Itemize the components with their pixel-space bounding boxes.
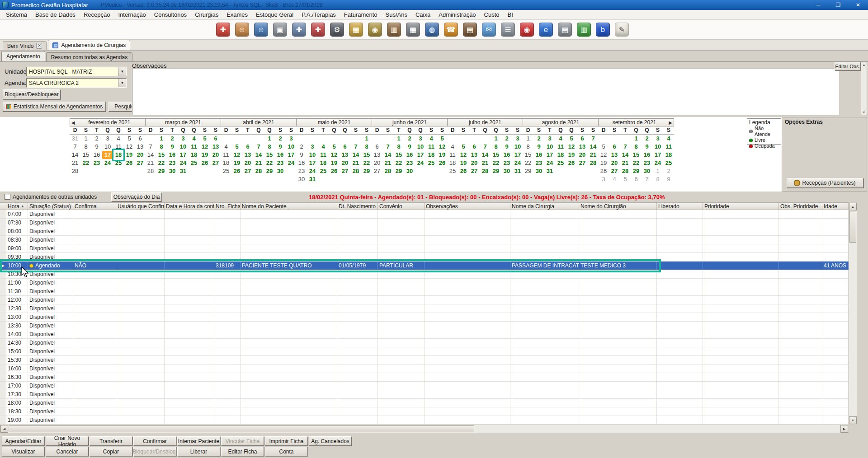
calendar-day[interactable]: 3 <box>652 135 663 143</box>
calendar-day[interactable]: 27 <box>469 167 480 175</box>
menu-administra-o[interactable]: Administração <box>434 10 480 19</box>
calendar-day[interactable]: 27 <box>210 159 221 167</box>
menu-interna-o[interactable]: Internação <box>114 10 150 19</box>
calendar-day[interactable]: 15 <box>523 151 533 159</box>
calendar-day[interactable]: 2 <box>167 135 178 143</box>
calendar-day[interactable]: 20 <box>242 159 253 167</box>
calendar-day[interactable]: 27 <box>340 167 350 175</box>
calendar-day[interactable]: 11 <box>221 151 231 159</box>
subtab-agendamento[interactable]: Agendamento <box>1 51 45 61</box>
calendar-day[interactable]: 13 <box>469 151 480 159</box>
table-row-1830[interactable]: 18:30Disponível <box>0 407 849 416</box>
table-row-1630[interactable]: 16:30Disponível <box>0 373 849 382</box>
action-cancelar[interactable]: Cancelar <box>46 447 89 456</box>
calendar-day[interactable]: 30 <box>404 167 415 175</box>
calendar-day[interactable]: 17 <box>415 151 426 159</box>
calendar-day[interactable]: 20 <box>210 151 221 159</box>
table-row-0900[interactable]: 09:00Disponível <box>0 244 849 253</box>
calendar-day[interactable]: 21 <box>145 159 156 167</box>
calendar-day[interactable]: 24 <box>307 167 318 175</box>
calendar-day[interactable]: 10 <box>512 143 523 151</box>
action-conta[interactable]: Conta <box>265 447 308 456</box>
calendar-day[interactable]: 26 <box>458 167 469 175</box>
table-row-1300[interactable]: 13:00Disponível <box>0 313 849 322</box>
calendar-day[interactable]: 3 <box>307 143 318 151</box>
calendar-day[interactable]: 1 <box>80 135 91 143</box>
table-row-1500[interactable]: 15:00Disponível <box>0 347 849 356</box>
col-header-status[interactable]: Situação (Status) <box>28 203 73 210</box>
calendar-day[interactable]: 31 <box>307 175 318 183</box>
calendar-day[interactable]: 21 <box>480 159 491 167</box>
calendar-day[interactable]: 26 <box>566 159 577 167</box>
calendar-day[interactable]: 17 <box>178 151 189 159</box>
calendar-day[interactable]: 2 <box>501 135 512 143</box>
calendar-day[interactable]: 8 <box>631 143 642 151</box>
calendar-day[interactable]: 19 <box>598 159 609 167</box>
calendar-day[interactable]: 18 <box>318 159 329 167</box>
calendar-day[interactable]: 23 <box>296 167 307 175</box>
calendar-day[interactable]: 1 <box>393 135 404 143</box>
menu-estoque-geral[interactable]: Estoque Geral <box>252 10 297 19</box>
calendar-day[interactable]: 10 <box>286 143 297 151</box>
calendar-day[interactable]: 31 <box>178 167 189 175</box>
calendar-day[interactable]: 29 <box>491 167 501 175</box>
calendar-day[interactable]: 13 <box>340 151 350 159</box>
calendar-day[interactable]: 14 <box>70 151 80 159</box>
calendar-day[interactable]: 3 <box>544 135 555 143</box>
calendar-day[interactable]: 17 <box>102 151 113 159</box>
calendar-day[interactable]: 16 <box>296 159 307 167</box>
calendar-day[interactable]: 15 <box>361 151 372 159</box>
calendar-day[interactable]: 5 <box>620 175 631 183</box>
bloquear-desbloquear-button[interactable]: Bloquear/Desbloquear <box>3 89 61 99</box>
toolbar-icon-internet[interactable]: e <box>539 23 553 37</box>
calendar-day[interactable]: 21 <box>588 151 599 159</box>
calendar-day[interactable]: 19 <box>124 151 135 159</box>
col-header-confirma[interactable]: Confirma <box>73 203 116 210</box>
calendar-day[interactable]: 18 <box>447 159 458 167</box>
calendar-day[interactable]: 8 <box>393 143 404 151</box>
calendar-day[interactable]: 10 <box>178 143 189 151</box>
calendar-day[interactable]: 7 <box>620 143 631 151</box>
calendar-day[interactable]: 14 <box>145 151 156 159</box>
calendar-day[interactable]: 5 <box>231 143 242 151</box>
toolbar-icon-ambulancia[interactable]: ✚ <box>311 23 325 37</box>
calendar-day[interactable]: 1 <box>491 135 501 143</box>
calendar-day[interactable]: 4 <box>447 143 458 151</box>
calendar-day[interactable]: 8 <box>156 143 167 151</box>
toolbar-icon-mensagens[interactable]: ✉ <box>482 23 496 37</box>
col-header-prioridade[interactable]: Prioridade <box>703 203 779 210</box>
calendar-day[interactable]: 28 <box>382 167 393 175</box>
calendar-day[interactable]: 29 <box>156 167 167 175</box>
calendar-day[interactable]: 27 <box>609 167 620 175</box>
calendar-day[interactable]: 7 <box>70 143 80 151</box>
calendar-day[interactable]: 11 <box>318 151 329 159</box>
calendar-day[interactable]: 5 <box>598 143 609 151</box>
calendar-day[interactable]: 6 <box>631 175 642 183</box>
calendar-day[interactable]: 3 <box>415 135 426 143</box>
calendar-day[interactable]: 9 <box>663 175 674 183</box>
agenda-select[interactable]: SALA CIRÚRGICA 2 ▼ <box>26 78 127 88</box>
chevron-down-icon[interactable]: ▼ <box>118 67 126 76</box>
calendar-day[interactable]: 23 <box>501 159 512 167</box>
calendar-day[interactable]: 9 <box>642 143 652 151</box>
toolbar-icon-bi[interactable]: b <box>596 23 610 37</box>
toolbar-icon-relatorios[interactable]: ☰ <box>501 23 515 37</box>
table-row-1130[interactable]: 11:30Disponível <box>0 287 849 296</box>
calendar-next-icon[interactable]: ▶ <box>669 120 672 125</box>
calendar-day[interactable]: 25 <box>221 167 231 175</box>
calendar-day[interactable]: 16 <box>275 151 286 159</box>
table-row-1330[interactable]: 13:30Disponível <box>0 322 849 330</box>
table-row-1800[interactable]: 18:00Disponível <box>0 399 849 407</box>
toolbar-icon-estatisticas[interactable]: ▥ <box>577 23 591 37</box>
table-row-0730[interactable]: 07:30Disponível <box>0 219 849 227</box>
calendar-day[interactable]: 2 <box>91 135 102 143</box>
table-row-1000[interactable]: ▶10:00AgendadoNÃO318109PACIENTE TESTE QU… <box>0 262 849 270</box>
calendar-day[interactable]: 27 <box>242 167 253 175</box>
calendar-day[interactable]: 24 <box>512 159 523 167</box>
calendar-day[interactable]: 23 <box>404 159 415 167</box>
calendar-day[interactable]: 1 <box>156 135 167 143</box>
calendar-day[interactable]: 4 <box>113 135 124 143</box>
table-row-1430[interactable]: 14:30Disponível <box>0 339 849 347</box>
calendar-day[interactable]: 18 <box>221 159 231 167</box>
calendar-day[interactable]: 20 <box>609 159 620 167</box>
